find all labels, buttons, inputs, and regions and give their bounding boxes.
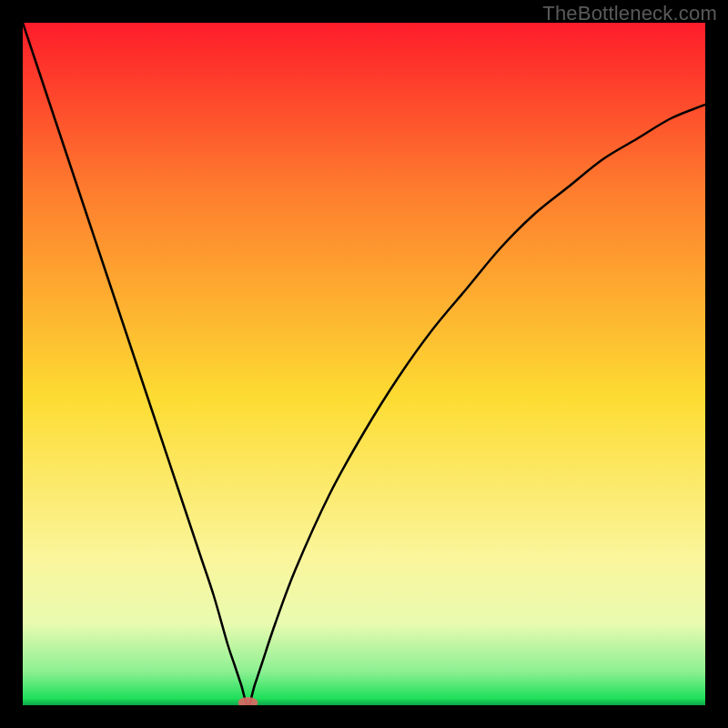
plot-area xyxy=(23,23,705,705)
chart-container: TheBottleneck.com xyxy=(0,0,728,728)
chart-svg xyxy=(23,23,705,705)
gradient-background xyxy=(23,23,705,705)
watermark-text: TheBottleneck.com xyxy=(542,2,717,25)
